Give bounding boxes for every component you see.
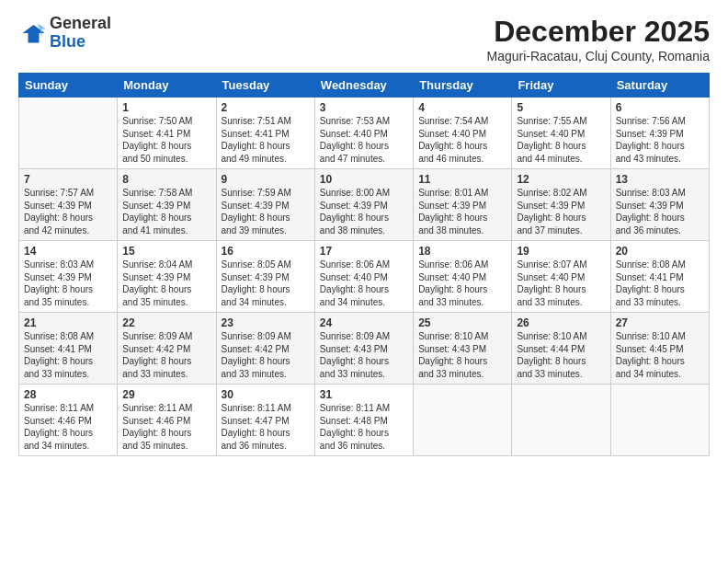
calendar-cell: 23Sunrise: 8:09 AM Sunset: 4:42 PM Dayli… [216, 313, 314, 385]
calendar-week-row: 21Sunrise: 8:08 AM Sunset: 4:41 PM Dayli… [19, 313, 710, 385]
calendar-cell: 28Sunrise: 8:11 AM Sunset: 4:46 PM Dayli… [19, 385, 118, 456]
calendar-cell: 2Sunrise: 7:51 AM Sunset: 4:41 PM Daylig… [216, 98, 314, 169]
weekday-header-wednesday: Wednesday [314, 74, 413, 98]
cell-content: Sunrise: 8:10 AM Sunset: 4:43 PM Dayligh… [418, 330, 506, 380]
calendar-cell: 6Sunrise: 7:56 AM Sunset: 4:39 PM Daylig… [610, 98, 709, 169]
weekday-header-saturday: Saturday [610, 74, 709, 98]
day-number: 2 [222, 101, 310, 114]
logo-general: General [50, 14, 111, 32]
cell-content: Sunrise: 8:11 AM Sunset: 4:46 PM Dayligh… [122, 402, 210, 452]
day-number: 27 [616, 316, 704, 329]
calendar-cell: 24Sunrise: 8:09 AM Sunset: 4:43 PM Dayli… [314, 313, 413, 385]
cell-content: Sunrise: 7:53 AM Sunset: 4:40 PM Dayligh… [320, 115, 408, 165]
calendar-cell: 5Sunrise: 7:55 AM Sunset: 4:40 PM Daylig… [512, 98, 610, 169]
calendar-cell: 20Sunrise: 8:08 AM Sunset: 4:41 PM Dayli… [610, 241, 709, 313]
day-number: 1 [122, 101, 210, 114]
cell-content: Sunrise: 7:56 AM Sunset: 4:39 PM Dayligh… [616, 115, 704, 165]
day-number: 3 [320, 101, 408, 114]
cell-content: Sunrise: 8:11 AM Sunset: 4:46 PM Dayligh… [24, 402, 112, 452]
calendar-cell: 18Sunrise: 8:06 AM Sunset: 4:40 PM Dayli… [414, 241, 512, 313]
calendar-cell [19, 98, 118, 169]
day-number: 13 [616, 173, 704, 186]
day-number: 12 [517, 173, 605, 186]
calendar-table: SundayMondayTuesdayWednesdayThursdayFrid… [18, 73, 710, 456]
calendar-week-row: 28Sunrise: 8:11 AM Sunset: 4:46 PM Dayli… [19, 385, 710, 456]
calendar-cell: 17Sunrise: 8:06 AM Sunset: 4:40 PM Dayli… [314, 241, 413, 313]
cell-content: Sunrise: 8:03 AM Sunset: 4:39 PM Dayligh… [616, 187, 704, 236]
day-number: 26 [517, 316, 605, 329]
day-number: 6 [616, 101, 704, 114]
cell-content: Sunrise: 7:58 AM Sunset: 4:39 PM Dayligh… [122, 187, 210, 236]
month-title: December 2025 [486, 15, 710, 49]
calendar-week-row: 7Sunrise: 7:57 AM Sunset: 4:39 PM Daylig… [19, 169, 710, 241]
calendar-cell: 9Sunrise: 7:59 AM Sunset: 4:39 PM Daylig… [216, 169, 314, 241]
title-block: December 2025 Maguri-Racatau, Cluj Count… [486, 15, 710, 63]
day-number: 4 [418, 101, 506, 114]
cell-content: Sunrise: 8:04 AM Sunset: 4:39 PM Dayligh… [122, 259, 210, 308]
calendar-cell: 29Sunrise: 8:11 AM Sunset: 4:46 PM Dayli… [118, 385, 216, 456]
cell-content: Sunrise: 8:11 AM Sunset: 4:48 PM Dayligh… [320, 402, 408, 452]
cell-content: Sunrise: 8:02 AM Sunset: 4:39 PM Dayligh… [517, 187, 605, 236]
cell-content: Sunrise: 8:08 AM Sunset: 4:41 PM Dayligh… [24, 330, 112, 380]
cell-content: Sunrise: 8:06 AM Sunset: 4:40 PM Dayligh… [320, 259, 408, 308]
calendar-cell: 4Sunrise: 7:54 AM Sunset: 4:40 PM Daylig… [414, 98, 512, 169]
cell-content: Sunrise: 8:11 AM Sunset: 4:47 PM Dayligh… [222, 402, 310, 452]
calendar-cell: 13Sunrise: 8:03 AM Sunset: 4:39 PM Dayli… [610, 169, 709, 241]
day-number: 20 [616, 245, 704, 258]
cell-content: Sunrise: 7:50 AM Sunset: 4:41 PM Dayligh… [122, 115, 210, 165]
calendar-cell: 16Sunrise: 8:05 AM Sunset: 4:39 PM Dayli… [216, 241, 314, 313]
calendar-cell: 1Sunrise: 7:50 AM Sunset: 4:41 PM Daylig… [118, 98, 216, 169]
logo-icon [18, 19, 46, 47]
cell-content: Sunrise: 7:57 AM Sunset: 4:39 PM Dayligh… [24, 187, 112, 236]
cell-content: Sunrise: 8:07 AM Sunset: 4:40 PM Dayligh… [517, 259, 605, 308]
day-number: 28 [24, 388, 112, 401]
day-number: 10 [320, 173, 408, 186]
location-subtitle: Maguri-Racatau, Cluj County, Romania [486, 49, 710, 63]
day-number: 9 [222, 173, 310, 186]
cell-content: Sunrise: 8:05 AM Sunset: 4:39 PM Dayligh… [222, 259, 310, 308]
day-number: 11 [418, 173, 506, 186]
weekday-header-friday: Friday [512, 74, 610, 98]
cell-content: Sunrise: 7:54 AM Sunset: 4:40 PM Dayligh… [418, 115, 506, 165]
calendar-cell: 21Sunrise: 8:08 AM Sunset: 4:41 PM Dayli… [19, 313, 118, 385]
cell-content: Sunrise: 8:10 AM Sunset: 4:44 PM Dayligh… [517, 330, 605, 380]
cell-content: Sunrise: 7:55 AM Sunset: 4:40 PM Dayligh… [517, 115, 605, 165]
calendar-cell: 19Sunrise: 8:07 AM Sunset: 4:40 PM Dayli… [512, 241, 610, 313]
calendar-cell: 10Sunrise: 8:00 AM Sunset: 4:39 PM Dayli… [314, 169, 413, 241]
day-number: 8 [122, 173, 210, 186]
calendar-cell: 25Sunrise: 8:10 AM Sunset: 4:43 PM Dayli… [414, 313, 512, 385]
page: General Blue December 2025 Maguri-Racata… [0, 0, 728, 563]
day-number: 23 [222, 316, 310, 329]
cell-content: Sunrise: 8:09 AM Sunset: 4:43 PM Dayligh… [320, 330, 408, 380]
day-number: 7 [24, 173, 112, 186]
cell-content: Sunrise: 8:01 AM Sunset: 4:39 PM Dayligh… [418, 187, 506, 236]
day-number: 25 [418, 316, 506, 329]
weekday-header-monday: Monday [118, 74, 216, 98]
cell-content: Sunrise: 8:09 AM Sunset: 4:42 PM Dayligh… [122, 330, 210, 380]
calendar-cell: 7Sunrise: 7:57 AM Sunset: 4:39 PM Daylig… [19, 169, 118, 241]
cell-content: Sunrise: 7:51 AM Sunset: 4:41 PM Dayligh… [222, 115, 310, 165]
calendar-cell: 14Sunrise: 8:03 AM Sunset: 4:39 PM Dayli… [19, 241, 118, 313]
day-number: 22 [122, 316, 210, 329]
calendar-cell [512, 385, 610, 456]
calendar-cell: 8Sunrise: 7:58 AM Sunset: 4:39 PM Daylig… [118, 169, 216, 241]
day-number: 21 [24, 316, 112, 329]
cell-content: Sunrise: 7:59 AM Sunset: 4:39 PM Dayligh… [222, 187, 310, 236]
cell-content: Sunrise: 8:08 AM Sunset: 4:41 PM Dayligh… [616, 259, 704, 308]
cell-content: Sunrise: 8:03 AM Sunset: 4:39 PM Dayligh… [24, 259, 112, 308]
cell-content: Sunrise: 8:09 AM Sunset: 4:42 PM Dayligh… [222, 330, 310, 380]
calendar-week-row: 1Sunrise: 7:50 AM Sunset: 4:41 PM Daylig… [19, 98, 710, 169]
cell-content: Sunrise: 8:10 AM Sunset: 4:45 PM Dayligh… [616, 330, 704, 380]
logo-blue: Blue [50, 32, 85, 51]
calendar-cell: 15Sunrise: 8:04 AM Sunset: 4:39 PM Dayli… [118, 241, 216, 313]
calendar-cell: 30Sunrise: 8:11 AM Sunset: 4:47 PM Dayli… [216, 385, 314, 456]
day-number: 31 [320, 388, 408, 401]
weekday-header-sunday: Sunday [19, 74, 118, 98]
day-number: 30 [222, 388, 310, 401]
day-number: 24 [320, 316, 408, 329]
calendar-week-row: 14Sunrise: 8:03 AM Sunset: 4:39 PM Dayli… [19, 241, 710, 313]
calendar-cell: 31Sunrise: 8:11 AM Sunset: 4:48 PM Dayli… [314, 385, 413, 456]
calendar-cell: 26Sunrise: 8:10 AM Sunset: 4:44 PM Dayli… [512, 313, 610, 385]
day-number: 14 [24, 245, 112, 258]
cell-content: Sunrise: 8:00 AM Sunset: 4:39 PM Dayligh… [320, 187, 408, 236]
